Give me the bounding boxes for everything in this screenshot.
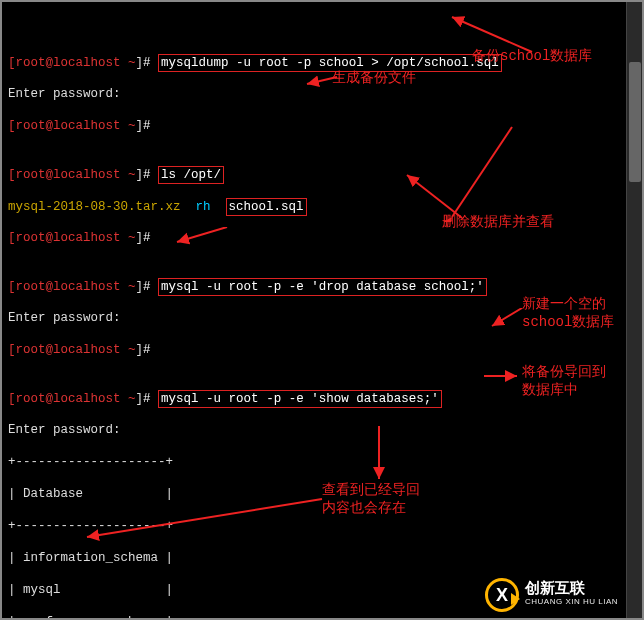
cmd-drop: mysql -u root -p -e 'drop database schoo… xyxy=(158,278,487,296)
logo-cn: 创新互联 xyxy=(525,581,618,595)
annotation-genfile: 生成备份文件 xyxy=(332,70,416,86)
annotation-verify-l1: 查看到已经导回 xyxy=(322,482,420,498)
enter-password: Enter password: xyxy=(8,86,623,102)
scrollbar-thumb[interactable] xyxy=(629,62,641,182)
prompt-line: [root@localhost ~]# xyxy=(8,118,623,134)
file-schoolsql: school.sql xyxy=(226,198,307,216)
table-border: +--------------------+ xyxy=(8,518,623,534)
logo-mark-icon: X xyxy=(485,578,519,612)
table-header: | Database | xyxy=(8,486,623,502)
annotation-restore-l2: 数据库中 xyxy=(522,382,578,398)
prompt-line: [root@localhost ~]# xyxy=(8,342,623,358)
cmd-ls: ls /opt/ xyxy=(158,166,224,184)
file-rh: rh xyxy=(196,200,211,214)
scrollbar[interactable] xyxy=(626,2,642,618)
table-row: | performance_schema | xyxy=(8,614,623,620)
annotation-dropview: 删除数据库并查看 xyxy=(442,214,554,230)
annotation-verify-l2: 内容也会存在 xyxy=(322,500,406,516)
annotation-backup: 备份school数据库 xyxy=(472,48,592,64)
annotation-restore-l1: 将备份导回到 xyxy=(522,364,606,380)
table-row: | information_schema | xyxy=(8,550,623,566)
table-border: +--------------------+ xyxy=(8,454,623,470)
annotation-newempty-l2: school数据库 xyxy=(522,314,614,330)
cmd-show1: mysql -u root -p -e 'show databases;' xyxy=(158,390,442,408)
file-tarball: mysql-2018-08-30.tar.xz xyxy=(8,200,181,214)
logo-en: CHUANG XIN HU LIAN xyxy=(525,595,618,609)
enter-password: Enter password: xyxy=(8,422,623,438)
prompt-line: [root@localhost ~]# ls /opt/ xyxy=(8,166,623,182)
prompt-line: [root@localhost ~]# xyxy=(8,230,623,246)
prompt-line: [root@localhost ~]# mysql -u root -p -e … xyxy=(8,278,623,294)
annotation-newempty-l1: 新建一个空的 xyxy=(522,296,606,312)
watermark-logo: X 创新互联 CHUANG XIN HU LIAN xyxy=(485,578,618,612)
cmd-mysqldump: mysqldump -u root -p school > /opt/schoo… xyxy=(158,54,502,72)
ls-output: mysql-2018-08-30.tar.xz rh school.sql xyxy=(8,198,623,214)
